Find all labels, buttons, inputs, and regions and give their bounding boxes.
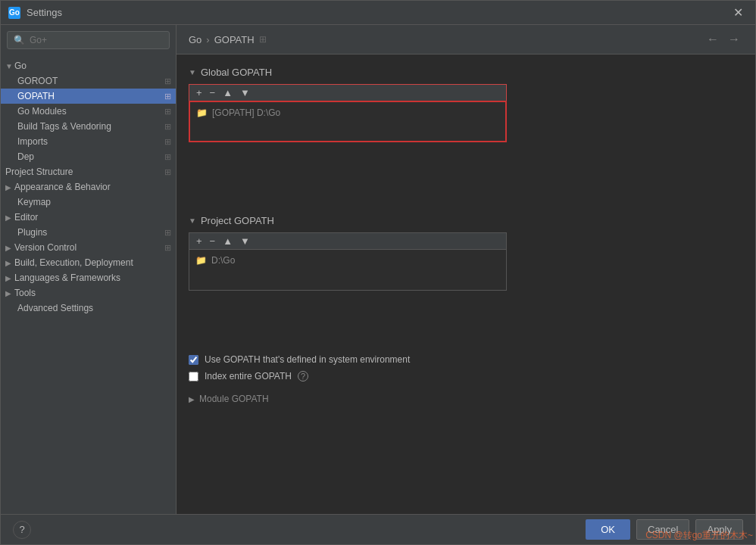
window-title: Settings — [27, 7, 729, 18]
global-gopath-item[interactable]: 📁 [GOPATH] D:\Go — [193, 105, 502, 120]
sidebar-item-advanced-settings[interactable]: Advanced Settings — [1, 301, 176, 316]
breadcrumb-go: Go — [189, 34, 201, 45]
project-gopath-remove-button[interactable]: − — [206, 235, 220, 248]
sidebar-item-label: Keymap — [5, 197, 171, 207]
settings-icon: ⊞ — [164, 92, 171, 101]
right-panel: Go › GOPATH ⊞ ← → ▼ Global GOPATH — [177, 25, 755, 514]
chevron-down-icon: ▼ — [189, 68, 196, 76]
back-button[interactable]: ← — [704, 31, 722, 48]
settings-icon: ⊞ — [164, 167, 171, 177]
folder-icon: 📁 — [196, 107, 208, 118]
breadcrumb: Go › GOPATH ⊞ — [189, 34, 267, 45]
index-gopath-row: Index entire GOPATH ? — [189, 368, 743, 385]
sidebar-item-imports[interactable]: Imports ⊞ — [1, 134, 176, 149]
module-gopath-section: ▶ Module GOPATH — [189, 394, 743, 404]
chevron-right-icon: ▶ — [189, 395, 195, 403]
project-gopath-up-button[interactable]: ▲ — [219, 235, 236, 248]
panel-header: Go › GOPATH ⊞ ← → — [177, 25, 755, 54]
search-box[interactable]: 🔍 — [7, 31, 170, 49]
sidebar-item-plugins[interactable]: Plugins ⊞ — [1, 225, 176, 240]
global-gopath-up-button[interactable]: ▲ — [219, 86, 236, 99]
use-gopath-label: Use GOPATH that's defined in system envi… — [205, 354, 410, 365]
global-gopath-path: [GOPATH] D:\Go — [212, 107, 280, 118]
settings-icon: ⊞ — [259, 34, 267, 45]
global-gopath-section-header: ▼ Global GOPATH — [189, 67, 743, 78]
global-gopath-label: Global GOPATH — [201, 67, 272, 78]
sidebar-item-label: Go Modules — [17, 106, 164, 117]
chevron-right-icon: ▶ — [5, 213, 14, 222]
project-gopath-item[interactable]: 📁 D:\Go — [192, 253, 503, 268]
project-gopath-list: 📁 D:\Go — [189, 249, 507, 291]
sidebar-item-gopath[interactable]: GOPATH ⊞ — [1, 89, 176, 104]
index-gopath-checkbox[interactable] — [189, 372, 198, 382]
title-bar: Go Settings ✕ — [1, 1, 755, 25]
sidebar-item-version-control[interactable]: ▶ Version Control ⊞ — [1, 240, 176, 255]
folder-icon: 📁 — [195, 255, 207, 266]
sidebar-item-appearance-behavior[interactable]: ▶ Appearance & Behavior — [1, 179, 176, 195]
search-icon: 🔍 — [14, 35, 25, 45]
sidebar-tree: ▼ Go GOROOT ⊞ GOPATH ⊞ Go Modules ⊞ — [1, 55, 176, 514]
sidebar-item-editor[interactable]: ▶ Editor — [1, 210, 176, 225]
sidebar-item-dep[interactable]: Dep ⊞ — [1, 149, 176, 164]
project-gopath-label: Project GOPATH — [201, 215, 274, 226]
sidebar-item-keymap[interactable]: Keymap — [1, 195, 176, 210]
ok-button[interactable]: OK — [586, 519, 630, 540]
sidebar-item-tools[interactable]: ▶ Tools — [1, 285, 176, 301]
sidebar-item-label: Project Structure — [5, 167, 164, 177]
search-input[interactable] — [30, 35, 163, 45]
global-gopath-down-button[interactable]: ▼ — [236, 86, 254, 99]
chevron-right-icon: ▶ — [5, 274, 14, 282]
panel-nav: ← → — [704, 31, 743, 48]
sidebar-item-languages-frameworks[interactable]: ▶ Languages & Frameworks — [1, 270, 176, 285]
project-gopath-section-header: ▼ Project GOPATH — [189, 215, 743, 226]
help-icon[interactable]: ? — [298, 371, 308, 382]
sidebar-item-label: Tools — [14, 288, 171, 298]
sidebar-item-label: Go — [14, 61, 171, 71]
chevron-down-icon: ▼ — [5, 62, 14, 70]
use-gopath-row: Use GOPATH that's defined in system envi… — [189, 351, 743, 368]
sidebar-item-label: Editor — [14, 212, 171, 223]
sidebar-item-build-execution[interactable]: ▶ Build, Execution, Deployment — [1, 255, 176, 270]
sidebar: 🔍 ▼ Go GOROOT ⊞ GOPATH ⊞ — [1, 25, 177, 514]
use-gopath-checkbox[interactable] — [189, 355, 198, 365]
sidebar-item-label: Appearance & Behavior — [14, 182, 171, 192]
chevron-right-icon: ▶ — [5, 289, 14, 297]
sidebar-item-build-tags[interactable]: Build Tags & Vendoring ⊞ — [1, 119, 176, 134]
chevron-right-icon: ▶ — [5, 183, 14, 192]
module-gopath-label: Module GOPATH — [199, 394, 269, 404]
sidebar-item-label: GOROOT — [17, 76, 164, 86]
project-gopath-add-button[interactable]: + — [192, 235, 206, 248]
settings-icon: ⊞ — [164, 107, 171, 117]
chevron-down-icon: ▼ — [189, 216, 196, 225]
spacer — [189, 142, 743, 203]
sidebar-item-project-structure[interactable]: Project Structure ⊞ — [1, 164, 176, 179]
global-gopath-list: 📁 [GOPATH] D:\Go — [189, 101, 507, 142]
sidebar-item-go-modules[interactable]: Go Modules ⊞ — [1, 104, 176, 119]
close-button[interactable]: ✕ — [729, 4, 748, 21]
global-gopath-add-button[interactable]: + — [192, 86, 206, 99]
breadcrumb-gopath: GOPATH — [214, 34, 255, 45]
help-button[interactable]: ? — [13, 521, 31, 539]
sidebar-item-label: Advanced Settings — [5, 303, 171, 313]
sidebar-item-label: Build Tags & Vendoring — [17, 121, 164, 132]
sidebar-item-label: Dep — [17, 151, 164, 162]
forward-button[interactable]: → — [725, 31, 743, 48]
index-gopath-label: Index entire GOPATH — [205, 371, 292, 382]
project-gopath-path: D:\Go — [211, 255, 235, 266]
watermark: CSDN @转go重开的木木~ — [645, 529, 753, 542]
sidebar-item-go[interactable]: ▼ Go — [1, 58, 176, 73]
sidebar-item-goroot[interactable]: GOROOT ⊞ — [1, 73, 176, 89]
spacer2 — [189, 291, 743, 351]
global-gopath-remove-button[interactable]: − — [206, 86, 220, 99]
sidebar-item-label: Build, Execution, Deployment — [14, 257, 171, 268]
bottom-bar: ? OK Cancel Apply — [1, 514, 755, 544]
chevron-right-icon: ▶ — [5, 244, 14, 252]
settings-icon: ⊞ — [164, 137, 171, 147]
app-icon: Go — [8, 7, 20, 19]
project-gopath-down-button[interactable]: ▼ — [236, 235, 254, 248]
settings-icon: ⊞ — [164, 152, 171, 162]
project-gopath-toolbar: + − ▲ ▼ — [189, 232, 507, 249]
chevron-right-icon: ▶ — [5, 259, 14, 267]
settings-window: Go Settings ✕ 🔍 ▼ Go GOROOT ⊞ — [0, 0, 756, 545]
settings-icon: ⊞ — [164, 228, 171, 238]
